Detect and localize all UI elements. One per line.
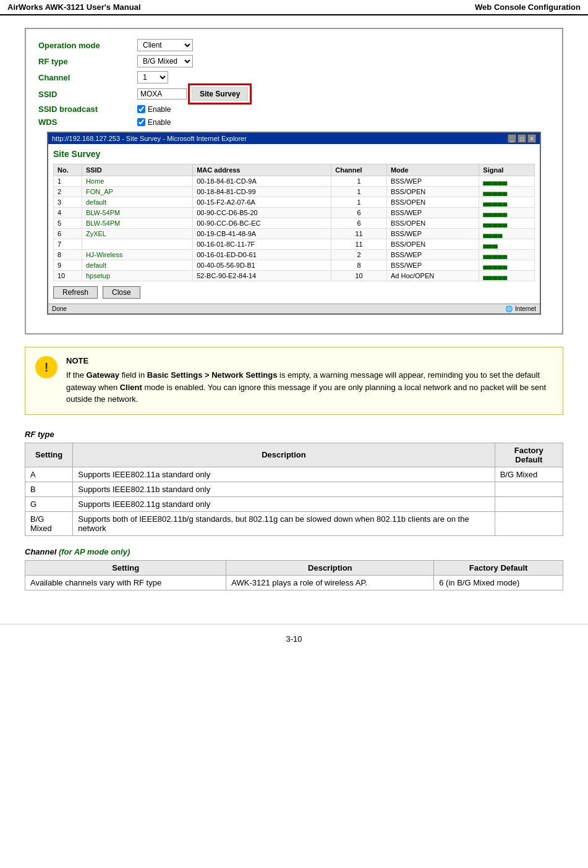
survey-table-row[interactable]: 1 Home 00-18-84-81-CD-9A 1 BSS/WEP ▄▄▄▄▄ — [54, 176, 535, 187]
th-mode: Mode — [386, 164, 479, 176]
ch-th-setting: Setting — [25, 560, 226, 575]
survey-table-row[interactable]: 4 BLW-54PM 00-90-CC-D6-B5-20 6 BSS/WEP ▄… — [54, 208, 535, 218]
survey-table-header: No. SSID MAC address Channel Mode Signal — [54, 164, 535, 176]
survey-table-row[interactable]: 10 hpsetup 52-BC-90-E2-84-14 10 Ad Hoc/O… — [54, 271, 535, 281]
cell-no: 6 — [54, 229, 82, 239]
checkbox-ssid-broadcast[interactable] — [137, 105, 145, 113]
label-rf-type: RF type — [38, 57, 137, 66]
channel-note-text: (for AP mode only) — [59, 547, 130, 556]
channel-table-row: Available channels vary with RF type AWK… — [25, 575, 563, 590]
rf-cell-factory-default — [495, 482, 563, 496]
cell-no: 7 — [54, 239, 82, 250]
ie-globe-icon: 🌐 — [505, 305, 513, 312]
checkbox-wds[interactable] — [137, 118, 145, 126]
label-wds: WDS — [38, 117, 137, 127]
cell-mode: BSS/WEP — [386, 260, 479, 271]
rf-type-table-row: B Supports IEEE802.11b standard only — [25, 482, 563, 496]
site-survey-button[interactable]: Site Survey — [192, 87, 248, 101]
cell-ssid: HJ-Wireless — [82, 250, 192, 260]
header-left: AirWorks AWK-3121 User's Manual — [7, 2, 141, 12]
page-header: AirWorks AWK-3121 User's Manual Web Cons… — [0, 0, 588, 15]
note-box: ! NOTE If the Gateway field in Basic Set… — [25, 347, 563, 415]
ch-th-description: Description — [226, 560, 434, 575]
cell-mode: BSS/OPEN — [386, 187, 479, 197]
survey-table-row[interactable]: 8 HJ-Wireless 00-16-01-ED-D0-61 2 BSS/WE… — [54, 250, 535, 260]
select-rf-type[interactable]: B/G Mixed — [137, 55, 193, 67]
ie-action-buttons: Refresh Close — [53, 286, 535, 299]
select-operation-mode[interactable]: Client — [137, 39, 193, 51]
screenshot-area: Operation mode Client RF type B/G Mixed — [25, 28, 563, 334]
select-channel[interactable]: 1 — [137, 71, 168, 83]
ie-titlebar: http://192.168.127.253 - Site Survey - M… — [48, 133, 540, 144]
cell-signal: ▄▄▄▄▄ — [479, 187, 535, 197]
cell-mac: 00-90-CC-D6-B5-20 — [193, 208, 331, 218]
ie-minimize-btn[interactable]: _ — [508, 134, 516, 143]
config-row-ssid: SSID Site Survey — [38, 87, 550, 101]
survey-table-row[interactable]: 6 ZyXEL 00-19-CB-41-48-9A 11 BSS/WEP ▄▄▄… — [54, 229, 535, 239]
ch-th-factory-default: Factory Default — [434, 560, 563, 575]
cell-no: 3 — [54, 197, 82, 208]
cell-no: 9 — [54, 260, 82, 271]
survey-table-row[interactable]: 3 default 00-15-F2-A2-07-6A 1 BSS/OPEN ▄… — [54, 197, 535, 208]
rf-cell-setting: B/G Mixed — [25, 511, 73, 535]
value-channel: 1 — [137, 71, 168, 83]
cell-signal: ▄▄▄▄▄ — [479, 250, 535, 260]
note-text: If the Gateway field in Basic Settings >… — [66, 369, 553, 406]
checkbox-ssid-broadcast-label: Enable — [137, 105, 171, 114]
page-number: 3-10 — [286, 634, 302, 644]
note-title: NOTE — [66, 356, 553, 365]
cell-mac: 00-19-CB-41-48-9A — [193, 229, 331, 239]
survey-table-row[interactable]: 5 BLW-54PM 00-90-CC-D6-BC-EC 6 BSS/OPEN … — [54, 218, 535, 229]
ie-close-btn[interactable]: × — [527, 134, 536, 143]
rf-th-factory-default: Factory Default — [495, 443, 563, 467]
label-ssid-broadcast: SSID broadcast — [38, 104, 137, 114]
cell-mode: BSS/WEP — [386, 176, 479, 187]
value-ssid-broadcast: Enable — [137, 105, 171, 114]
cell-ssid: ZyXEL — [82, 229, 192, 239]
rf-cell-description: Supports both of IEEE802.11b/g standards… — [73, 511, 495, 535]
rf-cell-setting: B — [25, 482, 73, 496]
config-form: Operation mode Client RF type B/G Mixed — [26, 29, 562, 333]
cell-ssid: Home — [82, 176, 192, 187]
warning-icon: ! — [35, 356, 58, 378]
survey-table-row[interactable]: 9 default 00-40-05-56-9D-B1 8 BSS/WEP ▄▄… — [54, 260, 535, 271]
cell-ssid: FON_AP — [82, 187, 192, 197]
label-operation-mode: Operation mode — [38, 41, 137, 50]
cell-mac: 00-18-84-81-CD-99 — [193, 187, 331, 197]
refresh-button[interactable]: Refresh — [53, 286, 98, 299]
cell-ssid: BLW-54PM — [82, 208, 192, 218]
checkbox-wds-label: Enable — [137, 118, 171, 127]
config-row-operation-mode: Operation mode Client — [38, 39, 550, 51]
channel-section: Channel (for AP mode only) Setting Descr… — [25, 547, 563, 590]
cell-channel: 10 — [331, 271, 387, 281]
cell-signal: ▄▄▄▄▄ — [479, 176, 535, 187]
rf-cell-description: Supports IEEE802.11g standard only — [73, 496, 495, 511]
cell-mode: BSS/WEP — [386, 250, 479, 260]
survey-table-row[interactable]: 7 00-16-01-8C-11-7F 11 BSS/OPEN ▄▄▄ — [54, 239, 535, 250]
channel-section-title: Channel (for AP mode only) — [25, 547, 563, 556]
rf-type-table: Setting Description Factory Default A Su… — [25, 443, 563, 536]
close-button[interactable]: Close — [103, 286, 140, 299]
label-ssid: SSID — [38, 90, 137, 99]
rf-cell-description: Supports IEEE802.11b standard only — [73, 482, 495, 496]
cell-no: 10 — [54, 271, 82, 281]
th-mac: MAC address — [193, 164, 331, 176]
input-ssid[interactable] — [137, 88, 187, 100]
rf-th-setting: Setting — [25, 443, 73, 467]
cell-mode: Ad Hoc/OPEN — [386, 271, 479, 281]
rf-cell-setting: G — [25, 496, 73, 511]
cell-mode: BSS/WEP — [386, 229, 479, 239]
ch-cell-factory-default: 6 (in B/G Mixed mode) — [434, 575, 563, 590]
cell-mac: 00-90-CC-D6-BC-EC — [193, 218, 331, 229]
survey-table-row[interactable]: 2 FON_AP 00-18-84-81-CD-99 1 BSS/OPEN ▄▄… — [54, 187, 535, 197]
cell-channel: 1 — [331, 197, 387, 208]
ie-statusbar: Done 🌐 Internet — [48, 304, 540, 313]
cell-channel: 11 — [331, 229, 387, 239]
cell-ssid: BLW-54PM — [82, 218, 192, 229]
ie-content: Site Survey No. SSID MAC address Channel… — [48, 144, 540, 304]
cell-no: 8 — [54, 250, 82, 260]
ie-maximize-btn[interactable]: □ — [518, 134, 526, 143]
cell-mac: 00-40-05-56-9D-B1 — [193, 260, 331, 271]
note-content: NOTE If the Gateway field in Basic Setti… — [66, 356, 553, 406]
cell-ssid — [82, 239, 192, 250]
